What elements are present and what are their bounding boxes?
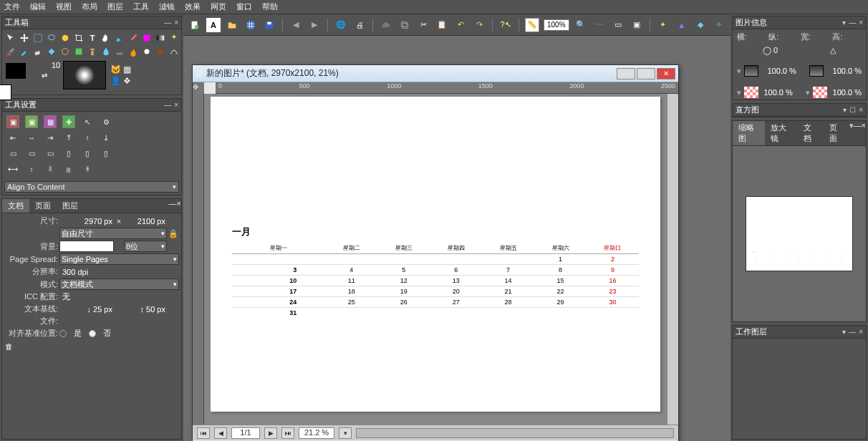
effect-1-icon[interactable]: ✦ [656,18,670,32]
dist-top-icon[interactable]: ▯ [62,147,75,160]
swap-colors-icon[interactable]: ⇄ [42,72,47,79]
link-icon[interactable]: db [379,18,393,32]
align-top-icon[interactable]: ⤒ [62,131,75,144]
menu-window[interactable]: 窗口 [236,1,252,12]
spacing-4-icon[interactable]: ⫼ [62,163,75,175]
dist-vcenter-icon[interactable]: ▯ [81,147,94,160]
spacing-v-icon[interactable]: ↕ [25,163,38,175]
shape-tool[interactable] [72,45,85,58]
panel-close-icon[interactable]: × [174,101,178,109]
checker-swatch-2[interactable] [813,87,827,98]
clone-tool[interactable] [86,45,99,58]
gradient-tool[interactable] [154,32,167,44]
hand-tool[interactable] [100,32,112,44]
menu-effects[interactable]: 效果 [185,1,201,12]
save-icon[interactable] [262,18,276,32]
spacing-h-icon[interactable]: ⟷ [6,163,19,175]
align-vcenter-icon[interactable]: ↕ [81,131,94,144]
swatch-icon[interactable]: ▦ [123,64,135,74]
radio-no[interactable] [89,330,96,337]
bg-color-field[interactable] [59,241,114,252]
dist-left-icon[interactable]: ▭ [6,147,19,160]
move-tool[interactable] [18,32,31,44]
new-text-icon[interactable]: A [206,18,221,32]
align-left-icon[interactable]: ⇤ [6,131,19,144]
trash-icon[interactable]: 🗑 [5,342,13,351]
blur-tool[interactable] [100,45,112,58]
minimize-button[interactable]: — [617,68,635,79]
page-first-button[interactable]: ⏮ [197,427,210,439]
close-button[interactable]: ✕ [657,68,675,79]
opt-gear[interactable]: ⚙ [100,115,112,128]
opt-cursor[interactable]: ↖ [81,115,94,128]
cursor-tool[interactable] [4,32,17,44]
v-scrollbar[interactable] [667,94,678,425]
burn-tool[interactable] [154,45,167,58]
opt-target-3[interactable]: ▦ [44,115,57,128]
panel-close-icon[interactable]: × [859,106,863,114]
zoom-out-icon[interactable]: ➖ [592,18,607,32]
zoom-field[interactable]: 21.2 % [299,427,334,439]
new-doc-icon[interactable] [188,18,202,32]
effect-2-icon[interactable]: ▲ [675,18,689,32]
spacing-3-icon[interactable]: ⫴ [44,163,57,175]
page-number-field[interactable]: 1/1 [231,427,260,439]
menu-help[interactable]: 帮助 [262,1,278,12]
help-cursor-icon[interactable]: ?↖ [498,18,513,32]
lock-icon[interactable]: 🔒 [168,229,179,238]
opt-target-4[interactable]: ✚ [62,115,75,128]
checker-swatch-1[interactable] [744,87,758,98]
menu-web[interactable]: 网页 [211,1,226,12]
open-icon[interactable] [225,18,239,32]
page-prev-button[interactable]: ◀ [214,427,227,439]
effect-3-icon[interactable]: ◆ [693,18,708,32]
menu-tools[interactable]: 工具 [133,1,149,12]
tab-page[interactable]: 页面 [824,121,849,145]
layout-dropdown[interactable]: 自由尺寸 [59,228,167,239]
eraser-tool[interactable] [32,45,44,58]
dist-hcenter-icon[interactable]: ▭ [25,147,38,160]
bg-color-swatch[interactable] [0,84,11,100]
cut-icon[interactable]: ✂ [416,18,430,32]
browser-icon[interactable]: 🌐 [334,18,348,32]
zoom-in-icon[interactable]: 🔍 [574,18,588,32]
path-tool[interactable] [168,45,180,58]
smudge-tool[interactable] [127,45,140,58]
ellipse-tool[interactable] [59,32,72,44]
align-to-dropdown[interactable]: Align To Content [4,181,179,193]
menu-edit[interactable]: 编辑 [30,1,46,12]
brush-preview[interactable] [63,61,106,89]
panel-min-icon[interactable]: — [164,19,171,26]
mode-dropdown[interactable]: 文档模式 [59,278,179,290]
origin-icon[interactable]: ✥ [193,83,198,91]
dist-bottom-icon[interactable]: ▯ [100,147,112,160]
dodge-tool[interactable] [140,45,153,58]
color-replace-tool[interactable] [140,32,153,44]
page-next-button[interactable]: ▶ [264,427,277,439]
canvas[interactable]: 一月 星期一星期二星期三星期四星期五星期六星期日 123456789101112… [204,94,667,425]
dist-right-icon[interactable]: ▭ [44,147,57,160]
panel-menu-icon[interactable] [843,106,847,114]
v-ruler[interactable] [193,94,204,425]
align-right-icon[interactable]: ⇥ [44,131,57,144]
undo-icon[interactable]: ↶ [453,18,468,32]
panel-close-icon[interactable]: × [177,199,181,213]
opt-target-2[interactable]: ▣ [25,115,38,128]
tab-layer[interactable]: 图层 [57,199,84,213]
chevron-down-icon[interactable]: ▾ [737,67,741,76]
spread-dropdown[interactable]: Single Pages [59,253,179,265]
tab-magnifier[interactable]: 放大镜 [765,121,798,145]
panel-max-icon[interactable]: ☐ [849,106,856,114]
bucket-tool[interactable] [45,45,58,58]
dropper-tool[interactable] [18,45,31,58]
grid-icon[interactable] [243,18,258,32]
radio-yes[interactable] [59,330,67,337]
brush-tool[interactable] [127,32,140,44]
chevron-down-icon[interactable]: ▾ [737,88,741,97]
fg-color-swatch[interactable] [6,63,26,79]
menu-view[interactable]: 视图 [56,1,72,12]
play-next-icon[interactable]: ▶ [307,18,322,32]
opacity-swatch-1[interactable] [744,65,758,77]
align-hcenter-icon[interactable]: ↔ [25,131,38,144]
thumbnail-area[interactable]: - ······· ······· ······· [733,146,866,321]
